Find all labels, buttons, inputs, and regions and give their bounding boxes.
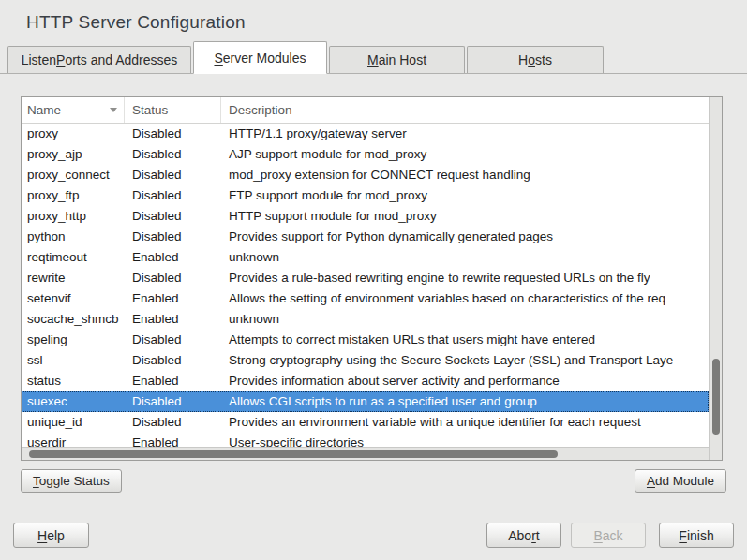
module-description-cell: Allows the setting of environment variab… — [221, 288, 709, 309]
module-status-cell: Disabled — [125, 412, 221, 433]
module-status-cell: Disabled — [125, 227, 221, 247]
module-description-cell: HTTP support module for mod_proxy — [221, 206, 709, 227]
module-status-cell: Disabled — [125, 206, 221, 227]
table-row[interactable]: proxy_connect Disabled mod_proxy extensi… — [22, 165, 709, 185]
table-row[interactable]: unique_id Disabled Provides an environme… — [22, 412, 709, 433]
vertical-scrollbar-thumb[interactable] — [712, 359, 720, 435]
module-description-cell: Provides an environment variable with a … — [221, 412, 709, 433]
module-description-cell: mod_proxy extension for CONNECT request … — [221, 165, 709, 185]
back-button[interactable]: Back — [571, 523, 646, 548]
module-name-cell: proxy — [22, 124, 125, 144]
module-name-cell: socache_shmcb — [22, 309, 125, 330]
table-row[interactable]: suexec Disabled Allows CGI scripts to ru… — [22, 391, 709, 412]
module-name-cell: speling — [22, 330, 125, 350]
add-module-button[interactable]: Add Module — [635, 469, 726, 493]
tab-main-host[interactable]: Main Host — [329, 46, 465, 73]
module-status-cell: Enabled — [125, 309, 221, 330]
module-description-cell: Provides support for Python dynamically … — [221, 227, 709, 247]
table-row[interactable]: proxy Disabled HTTP/1.1 proxy/gateway se… — [22, 124, 709, 144]
vertical-scrollbar[interactable] — [709, 97, 722, 460]
abort-button[interactable]: Abort — [486, 523, 561, 548]
module-status-cell: Disabled — [125, 350, 221, 371]
module-description-cell: unknown — [221, 247, 709, 268]
module-description-cell: User-specific directories — [221, 433, 709, 447]
toggle-status-button[interactable]: Toggle Status — [21, 469, 122, 493]
module-status-cell: Disabled — [125, 165, 221, 185]
module-description-cell: FTP support module for mod_proxy — [221, 185, 709, 206]
module-description-cell: unknown — [221, 309, 709, 330]
column-header-status-label: Status — [132, 103, 168, 117]
sort-descending-icon — [110, 108, 117, 112]
table-body: proxy Disabled HTTP/1.1 proxy/gateway se… — [22, 124, 709, 447]
table-row[interactable]: setenvif Enabled Allows the setting of e… — [22, 288, 709, 309]
module-description-cell: AJP support module for mod_proxy — [221, 144, 709, 165]
column-header-description-label: Description — [229, 103, 292, 117]
table-row[interactable]: speling Disabled Attempts to correct mis… — [22, 330, 709, 350]
module-status-cell: Enabled — [125, 288, 221, 309]
tab-hosts[interactable]: Hosts — [467, 46, 604, 73]
horizontal-scrollbar-thumb[interactable] — [29, 450, 558, 458]
column-header-name[interactable]: Name — [22, 97, 125, 123]
tab-bar: Listen Ports and AddressesServer Modules… — [0, 41, 747, 74]
table-row[interactable]: rewrite Disabled Provides a rule-based r… — [22, 268, 709, 288]
table-row[interactable]: socache_shmcb Enabled unknown — [22, 309, 709, 330]
page-title: HTTP Server Configuration — [26, 12, 246, 33]
module-status-cell: Enabled — [125, 247, 221, 268]
table-header: Name Status Description — [22, 97, 709, 124]
module-name-cell: ssl — [22, 350, 125, 371]
module-description-cell: Provides information about server activi… — [221, 371, 709, 391]
module-name-cell: setenvif — [22, 288, 125, 309]
finish-button[interactable]: Finish — [659, 523, 734, 548]
table-row[interactable]: proxy_http Disabled HTTP support module … — [22, 206, 709, 227]
module-name-cell: proxy_http — [22, 206, 125, 227]
module-status-cell: Enabled — [125, 371, 221, 391]
module-name-cell: userdir — [22, 433, 125, 447]
table-row[interactable]: proxy_ftp Disabled FTP support module fo… — [22, 185, 709, 206]
table-row[interactable]: userdir Enabled User-specific directorie… — [22, 433, 709, 447]
module-name-cell: rewrite — [22, 268, 125, 288]
module-name-cell: suexec — [22, 391, 125, 412]
modules-table: Name Status Description proxy Disabled H… — [21, 96, 723, 461]
table-row[interactable]: status Enabled Provides information abou… — [22, 371, 709, 391]
module-name-cell: proxy_connect — [22, 165, 125, 185]
module-name-cell: unique_id — [22, 412, 125, 433]
table-row[interactable]: python Disabled Provides support for Pyt… — [22, 227, 709, 247]
module-status-cell: Enabled — [125, 433, 221, 447]
column-header-name-label: Name — [27, 103, 61, 117]
module-name-cell: status — [22, 371, 125, 391]
module-description-cell: Strong cryptography using the Secure Soc… — [221, 350, 709, 371]
module-status-cell: Disabled — [125, 124, 221, 144]
table-row[interactable]: proxy_ajp Disabled AJP support module fo… — [22, 144, 709, 165]
module-description-cell: Provides a rule-based rewriting engine t… — [221, 268, 709, 288]
tab-listen-ports-and-addresses[interactable]: Listen Ports and Addresses — [7, 46, 191, 73]
module-name-cell: proxy_ftp — [22, 185, 125, 206]
module-status-cell: Disabled — [125, 268, 221, 288]
module-status-cell: Disabled — [125, 391, 221, 412]
table-row[interactable]: reqtimeout Enabled unknown — [22, 247, 709, 268]
tab-server-modules[interactable]: Server Modules — [193, 41, 327, 74]
table-row[interactable]: ssl Disabled Strong cryptography using t… — [22, 350, 709, 371]
module-status-cell: Disabled — [125, 185, 221, 206]
module-name-cell: proxy_ajp — [22, 144, 125, 165]
help-button[interactable]: Help — [13, 523, 89, 548]
module-status-cell: Disabled — [125, 330, 221, 350]
column-header-description[interactable]: Description — [221, 97, 709, 123]
module-description-cell: Allows CGI scripts to run as a specified… — [221, 391, 709, 412]
horizontal-scrollbar[interactable] — [22, 447, 709, 460]
module-name-cell: python — [22, 227, 125, 247]
module-name-cell: reqtimeout — [22, 247, 125, 268]
module-description-cell: HTTP/1.1 proxy/gateway server — [221, 124, 709, 144]
column-header-status[interactable]: Status — [125, 97, 221, 123]
module-description-cell: Attempts to correct mistaken URLs that u… — [221, 330, 709, 350]
module-status-cell: Disabled — [125, 144, 221, 165]
